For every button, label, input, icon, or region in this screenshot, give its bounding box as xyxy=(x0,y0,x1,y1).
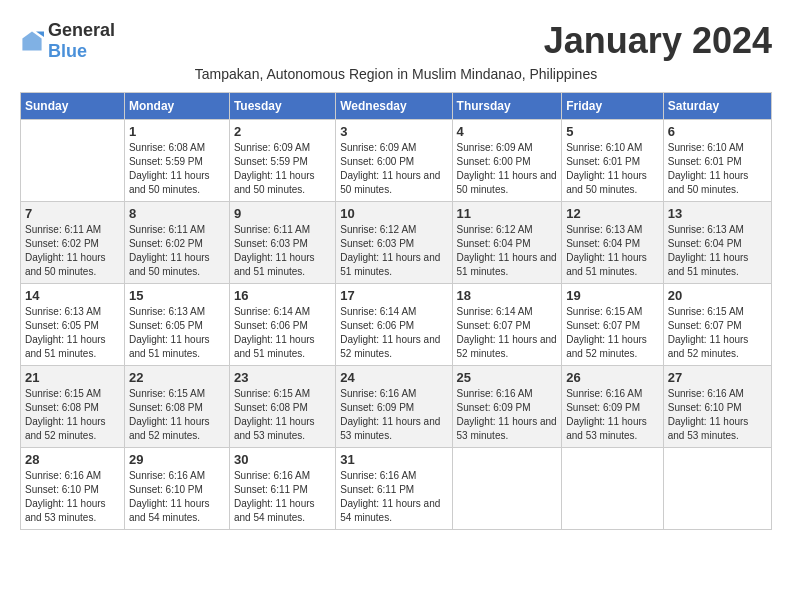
day-info: Sunrise: 6:12 AMSunset: 6:04 PMDaylight:… xyxy=(457,223,558,279)
day-info: Sunrise: 6:09 AMSunset: 6:00 PMDaylight:… xyxy=(457,141,558,197)
day-cell xyxy=(21,120,125,202)
day-cell: 14Sunrise: 6:13 AMSunset: 6:05 PMDayligh… xyxy=(21,284,125,366)
day-cell: 9Sunrise: 6:11 AMSunset: 6:03 PMDaylight… xyxy=(229,202,335,284)
day-number: 22 xyxy=(129,370,225,385)
day-info: Sunrise: 6:15 AMSunset: 6:08 PMDaylight:… xyxy=(129,387,225,443)
logo: General Blue xyxy=(20,20,115,62)
day-number: 12 xyxy=(566,206,659,221)
day-cell: 24Sunrise: 6:16 AMSunset: 6:09 PMDayligh… xyxy=(336,366,452,448)
day-info: Sunrise: 6:13 AMSunset: 6:04 PMDaylight:… xyxy=(668,223,767,279)
day-header-thursday: Thursday xyxy=(452,93,562,120)
day-info: Sunrise: 6:16 AMSunset: 6:10 PMDaylight:… xyxy=(668,387,767,443)
day-cell: 3Sunrise: 6:09 AMSunset: 6:00 PMDaylight… xyxy=(336,120,452,202)
day-number: 5 xyxy=(566,124,659,139)
svg-marker-0 xyxy=(22,31,41,50)
day-info: Sunrise: 6:16 AMSunset: 6:10 PMDaylight:… xyxy=(129,469,225,525)
week-row-4: 21Sunrise: 6:15 AMSunset: 6:08 PMDayligh… xyxy=(21,366,772,448)
day-cell: 23Sunrise: 6:15 AMSunset: 6:08 PMDayligh… xyxy=(229,366,335,448)
day-cell: 20Sunrise: 6:15 AMSunset: 6:07 PMDayligh… xyxy=(663,284,771,366)
day-info: Sunrise: 6:16 AMSunset: 6:11 PMDaylight:… xyxy=(340,469,447,525)
day-info: Sunrise: 6:16 AMSunset: 6:09 PMDaylight:… xyxy=(457,387,558,443)
calendar-table: SundayMondayTuesdayWednesdayThursdayFrid… xyxy=(20,92,772,530)
day-info: Sunrise: 6:13 AMSunset: 6:04 PMDaylight:… xyxy=(566,223,659,279)
day-number: 29 xyxy=(129,452,225,467)
day-cell: 29Sunrise: 6:16 AMSunset: 6:10 PMDayligh… xyxy=(124,448,229,530)
day-cell: 18Sunrise: 6:14 AMSunset: 6:07 PMDayligh… xyxy=(452,284,562,366)
day-cell: 8Sunrise: 6:11 AMSunset: 6:02 PMDaylight… xyxy=(124,202,229,284)
day-cell xyxy=(562,448,664,530)
day-number: 16 xyxy=(234,288,331,303)
day-number: 7 xyxy=(25,206,120,221)
week-row-2: 7Sunrise: 6:11 AMSunset: 6:02 PMDaylight… xyxy=(21,202,772,284)
day-header-wednesday: Wednesday xyxy=(336,93,452,120)
logo-text: General Blue xyxy=(48,20,115,62)
day-number: 20 xyxy=(668,288,767,303)
day-info: Sunrise: 6:13 AMSunset: 6:05 PMDaylight:… xyxy=(25,305,120,361)
logo-general: General xyxy=(48,20,115,40)
day-number: 31 xyxy=(340,452,447,467)
day-cell: 17Sunrise: 6:14 AMSunset: 6:06 PMDayligh… xyxy=(336,284,452,366)
subtitle: Tampakan, Autonomous Region in Muslim Mi… xyxy=(20,66,772,82)
day-info: Sunrise: 6:11 AMSunset: 6:02 PMDaylight:… xyxy=(25,223,120,279)
day-info: Sunrise: 6:15 AMSunset: 6:08 PMDaylight:… xyxy=(25,387,120,443)
day-info: Sunrise: 6:16 AMSunset: 6:09 PMDaylight:… xyxy=(566,387,659,443)
day-number: 28 xyxy=(25,452,120,467)
month-title: January 2024 xyxy=(544,20,772,62)
day-cell: 5Sunrise: 6:10 AMSunset: 6:01 PMDaylight… xyxy=(562,120,664,202)
day-info: Sunrise: 6:11 AMSunset: 6:03 PMDaylight:… xyxy=(234,223,331,279)
day-info: Sunrise: 6:16 AMSunset: 6:09 PMDaylight:… xyxy=(340,387,447,443)
day-header-tuesday: Tuesday xyxy=(229,93,335,120)
day-number: 3 xyxy=(340,124,447,139)
day-number: 13 xyxy=(668,206,767,221)
day-number: 21 xyxy=(25,370,120,385)
day-number: 26 xyxy=(566,370,659,385)
week-row-5: 28Sunrise: 6:16 AMSunset: 6:10 PMDayligh… xyxy=(21,448,772,530)
day-cell: 22Sunrise: 6:15 AMSunset: 6:08 PMDayligh… xyxy=(124,366,229,448)
day-cell: 25Sunrise: 6:16 AMSunset: 6:09 PMDayligh… xyxy=(452,366,562,448)
day-number: 25 xyxy=(457,370,558,385)
day-cell: 11Sunrise: 6:12 AMSunset: 6:04 PMDayligh… xyxy=(452,202,562,284)
day-info: Sunrise: 6:14 AMSunset: 6:06 PMDaylight:… xyxy=(340,305,447,361)
day-cell: 13Sunrise: 6:13 AMSunset: 6:04 PMDayligh… xyxy=(663,202,771,284)
day-number: 27 xyxy=(668,370,767,385)
day-info: Sunrise: 6:14 AMSunset: 6:06 PMDaylight:… xyxy=(234,305,331,361)
day-header-monday: Monday xyxy=(124,93,229,120)
day-cell: 21Sunrise: 6:15 AMSunset: 6:08 PMDayligh… xyxy=(21,366,125,448)
day-info: Sunrise: 6:14 AMSunset: 6:07 PMDaylight:… xyxy=(457,305,558,361)
day-cell: 1Sunrise: 6:08 AMSunset: 5:59 PMDaylight… xyxy=(124,120,229,202)
day-info: Sunrise: 6:16 AMSunset: 6:10 PMDaylight:… xyxy=(25,469,120,525)
day-cell: 2Sunrise: 6:09 AMSunset: 5:59 PMDaylight… xyxy=(229,120,335,202)
day-info: Sunrise: 6:13 AMSunset: 6:05 PMDaylight:… xyxy=(129,305,225,361)
day-number: 4 xyxy=(457,124,558,139)
logo-icon xyxy=(20,29,44,53)
day-header-friday: Friday xyxy=(562,93,664,120)
day-cell: 16Sunrise: 6:14 AMSunset: 6:06 PMDayligh… xyxy=(229,284,335,366)
day-info: Sunrise: 6:10 AMSunset: 6:01 PMDaylight:… xyxy=(566,141,659,197)
day-header-saturday: Saturday xyxy=(663,93,771,120)
day-info: Sunrise: 6:09 AMSunset: 5:59 PMDaylight:… xyxy=(234,141,331,197)
day-info: Sunrise: 6:09 AMSunset: 6:00 PMDaylight:… xyxy=(340,141,447,197)
week-row-1: 1Sunrise: 6:08 AMSunset: 5:59 PMDaylight… xyxy=(21,120,772,202)
day-cell: 19Sunrise: 6:15 AMSunset: 6:07 PMDayligh… xyxy=(562,284,664,366)
day-cell: 28Sunrise: 6:16 AMSunset: 6:10 PMDayligh… xyxy=(21,448,125,530)
day-number: 17 xyxy=(340,288,447,303)
day-number: 18 xyxy=(457,288,558,303)
day-info: Sunrise: 6:15 AMSunset: 6:07 PMDaylight:… xyxy=(668,305,767,361)
day-cell xyxy=(663,448,771,530)
day-info: Sunrise: 6:15 AMSunset: 6:07 PMDaylight:… xyxy=(566,305,659,361)
day-info: Sunrise: 6:08 AMSunset: 5:59 PMDaylight:… xyxy=(129,141,225,197)
day-number: 6 xyxy=(668,124,767,139)
day-number: 10 xyxy=(340,206,447,221)
logo-blue: Blue xyxy=(48,41,87,61)
day-cell: 31Sunrise: 6:16 AMSunset: 6:11 PMDayligh… xyxy=(336,448,452,530)
day-cell: 26Sunrise: 6:16 AMSunset: 6:09 PMDayligh… xyxy=(562,366,664,448)
day-cell: 6Sunrise: 6:10 AMSunset: 6:01 PMDaylight… xyxy=(663,120,771,202)
day-cell: 15Sunrise: 6:13 AMSunset: 6:05 PMDayligh… xyxy=(124,284,229,366)
day-cell: 12Sunrise: 6:13 AMSunset: 6:04 PMDayligh… xyxy=(562,202,664,284)
day-info: Sunrise: 6:16 AMSunset: 6:11 PMDaylight:… xyxy=(234,469,331,525)
day-number: 11 xyxy=(457,206,558,221)
header-row: SundayMondayTuesdayWednesdayThursdayFrid… xyxy=(21,93,772,120)
day-number: 2 xyxy=(234,124,331,139)
day-number: 19 xyxy=(566,288,659,303)
day-number: 9 xyxy=(234,206,331,221)
